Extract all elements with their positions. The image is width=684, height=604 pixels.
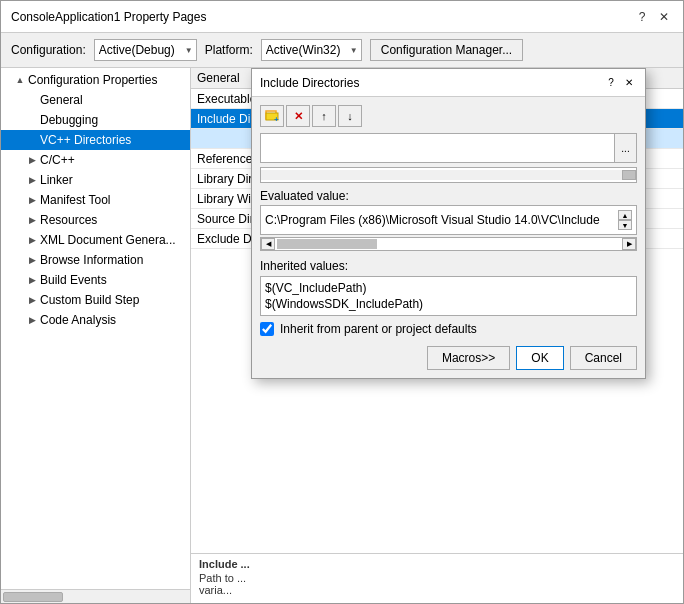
prop-scroll-inc-dirs-edit	[669, 129, 683, 149]
dialog-checkbox-row: Inherit from parent or project defaults	[260, 322, 637, 336]
dialog-eval-value: C:\Program Files (x86)\Microsoft Visual …	[265, 213, 600, 227]
tree-item-label-resources: Resources	[40, 213, 97, 227]
platform-select-wrap: Active(Win32)	[261, 39, 362, 61]
tree-arrow-manifest-tool: ▶	[27, 195, 37, 205]
dialog-close-button[interactable]: ✕	[621, 75, 637, 91]
window-title: ConsoleApplication1 Property Pages	[11, 10, 206, 24]
titlebar-buttons: ? ✕	[633, 8, 673, 26]
tree-scrollbar[interactable]	[1, 589, 190, 603]
tree-item-label-build-events: Build Events	[40, 273, 107, 287]
tree-item-custom-build[interactable]: ▶ Custom Build Step	[1, 290, 190, 310]
dialog-new-button[interactable]: +	[260, 105, 284, 127]
tree-item-build-events[interactable]: ▶ Build Events	[1, 270, 190, 290]
tree-item-resources[interactable]: ▶ Resources	[1, 210, 190, 230]
titlebar: ConsoleApplication1 Property Pages ? ✕	[1, 1, 683, 33]
prop-scroll-excl-dirs	[669, 229, 683, 249]
config-label: Configuration:	[11, 43, 86, 57]
prop-scroll-ref-dirs	[669, 149, 683, 169]
tree-arrow-c-cpp: ▶	[27, 155, 37, 165]
tree-item-label-config-props: Configuration Properties	[28, 73, 157, 87]
props-col-scroll	[669, 68, 683, 89]
tree-arrow-linker: ▶	[27, 175, 37, 185]
tree-arrow-build-events: ▶	[27, 275, 37, 285]
dialog-list-scroll-track	[261, 170, 622, 180]
eval-scroll-down[interactable]: ▼	[618, 220, 632, 230]
ok-button[interactable]: OK	[516, 346, 563, 370]
tree-item-xml-doc-gen[interactable]: ▶ XML Document Genera...	[1, 230, 190, 250]
main-window: ConsoleApplication1 Property Pages ? ✕ C…	[0, 0, 684, 604]
new-folder-icon: +	[265, 109, 279, 123]
dialog-list-area: ...	[260, 133, 637, 163]
dialog-down-button[interactable]: ↓	[338, 105, 362, 127]
desc-title: Include ...	[199, 558, 675, 570]
config-manager-button[interactable]: Configuration Manager...	[370, 39, 523, 61]
tree-item-vc-dirs[interactable]: VC++ Directories	[1, 130, 190, 150]
dialog-browse-button[interactable]: ...	[614, 134, 636, 162]
tree-arrow-code-analysis: ▶	[27, 315, 37, 325]
prop-scroll-exec-dirs	[669, 89, 683, 109]
config-select[interactable]: Active(Debug)	[94, 39, 197, 61]
macros-button[interactable]: Macros>>	[427, 346, 510, 370]
eval-hscroll-right[interactable]: ▶	[622, 238, 636, 250]
dialog-help-button[interactable]: ?	[603, 75, 619, 91]
tree-item-config-props[interactable]: ▲ Configuration Properties	[1, 70, 190, 90]
config-select-wrap: Active(Debug)	[94, 39, 197, 61]
tree-arrow-resources: ▶	[27, 215, 37, 225]
inherit-checkbox-label: Inherit from parent or project defaults	[280, 322, 477, 336]
dialog-eval-scrollbar[interactable]: ◀ ▶	[260, 237, 637, 251]
prop-scroll-lib-dirs	[669, 169, 683, 189]
tree-arrow-xml-doc-gen: ▶	[27, 235, 37, 245]
tree-arrow-browse-info: ▶	[27, 255, 37, 265]
prop-scroll-src-dirs	[669, 209, 683, 229]
close-button[interactable]: ✕	[655, 8, 673, 26]
eval-scroll-up[interactable]: ▲	[618, 210, 632, 220]
dialog-titlebar-buttons: ? ✕	[603, 75, 637, 91]
tree-item-debugging[interactable]: Debugging	[1, 110, 190, 130]
dialog-up-button[interactable]: ↑	[312, 105, 336, 127]
tree-item-linker[interactable]: ▶ Linker	[1, 170, 190, 190]
tree-item-label-code-analysis: Code Analysis	[40, 313, 116, 327]
dialog-list-input[interactable]	[261, 134, 614, 162]
tree-panel: ▲ Configuration Properties General Debug…	[1, 68, 191, 589]
platform-label: Platform:	[205, 43, 253, 57]
main-content: ▲ Configuration Properties General Debug…	[1, 68, 683, 603]
tree-item-c-cpp[interactable]: ▶ C/C++	[1, 150, 190, 170]
tree-item-general[interactable]: General	[1, 90, 190, 110]
inherit-checkbox[interactable]	[260, 322, 274, 336]
eval-box-scrollbtns: ▲ ▼	[618, 210, 632, 230]
dialog-titlebar: Include Directories ? ✕	[252, 69, 645, 97]
props-outer: General Executable Directories $(VC_Exec…	[191, 68, 683, 603]
tree-item-label-vc-dirs: VC++ Directories	[40, 133, 131, 147]
inherited-line-2: $(WindowsSDK_IncludePath)	[265, 297, 632, 311]
tree-item-manifest-tool[interactable]: ▶ Manifest Tool	[1, 190, 190, 210]
dialog-buttons: Macros>> OK Cancel	[260, 346, 637, 370]
tree-item-label-xml-doc-gen: XML Document Genera...	[40, 233, 176, 247]
dialog-list-scroll-right	[622, 170, 636, 180]
dialog-body: + ✕ ↑ ↓ ...	[252, 97, 645, 378]
include-directories-dialog: Include Directories ? ✕ +	[251, 68, 646, 379]
eval-hscroll-left[interactable]: ◀	[261, 238, 275, 250]
tree-arrow-custom-build: ▶	[27, 295, 37, 305]
eval-hscroll-thumb	[277, 239, 377, 249]
tree-item-label-c-cpp: C/C++	[40, 153, 75, 167]
help-button[interactable]: ?	[633, 8, 651, 26]
toolbar-row: Configuration: Active(Debug) Platform: A…	[1, 33, 683, 68]
cancel-button[interactable]: Cancel	[570, 346, 637, 370]
tree-scroll-thumb	[3, 592, 63, 602]
platform-select[interactable]: Active(Win32)	[261, 39, 362, 61]
dialog-delete-button[interactable]: ✕	[286, 105, 310, 127]
inherited-line-1: $(VC_IncludePath)	[265, 281, 632, 295]
svg-text:+: +	[274, 115, 279, 123]
tree-item-code-analysis[interactable]: ▶ Code Analysis	[1, 310, 190, 330]
dialog-list-scrollbar[interactable]	[260, 167, 637, 183]
tree-item-label-browse-info: Browse Information	[40, 253, 143, 267]
dialog-eval-box: C:\Program Files (x86)\Microsoft Visual …	[260, 205, 637, 235]
tree-item-label-custom-build: Custom Build Step	[40, 293, 139, 307]
dialog-inherited-box: $(VC_IncludePath) $(WindowsSDK_IncludePa…	[260, 276, 637, 316]
desc-panel: Include ... Path to ... varia...	[191, 553, 683, 603]
tree-item-browse-info[interactable]: ▶ Browse Information	[1, 250, 190, 270]
tree-item-label-linker: Linker	[40, 173, 73, 187]
prop-scroll-lib-winrt	[669, 189, 683, 209]
tree-item-label-debugging: Debugging	[40, 113, 98, 127]
inherited-label: Inherited values:	[260, 259, 637, 273]
